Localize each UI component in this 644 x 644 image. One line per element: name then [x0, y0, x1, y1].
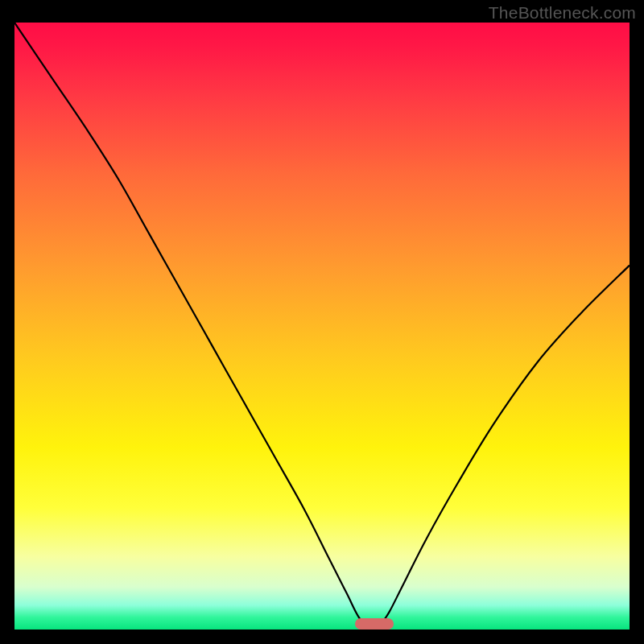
- watermark-text: TheBottleneck.com: [489, 3, 636, 23]
- bottleneck-curve: [14, 23, 630, 630]
- curve-path: [14, 23, 630, 628]
- optimal-marker: [355, 618, 394, 630]
- chart-frame: TheBottleneck.com: [0, 0, 644, 644]
- plot-area: [14, 23, 630, 630]
